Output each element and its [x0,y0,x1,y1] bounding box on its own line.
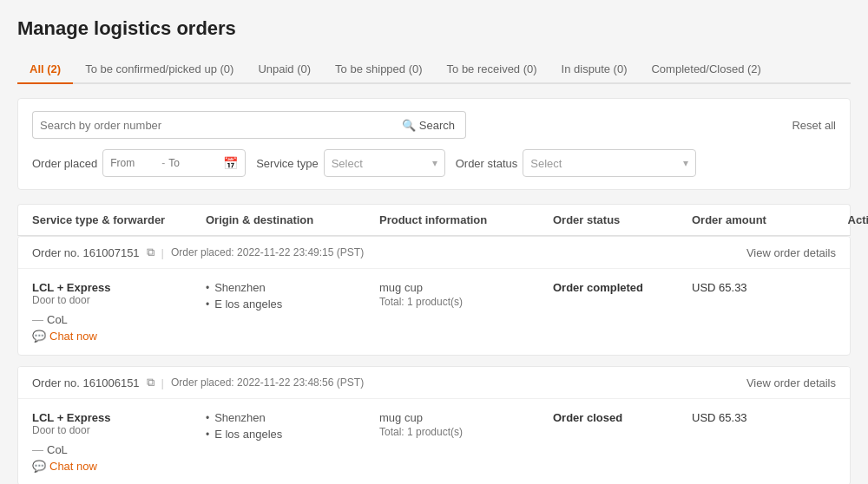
order-meta-1: Order no. 161007151 ⧉ | Order placed: 20… [32,245,364,259]
order-card-1: Order no. 161007151 ⧉ | Order placed: 20… [17,236,851,356]
forwarder-row-2: — CoL [32,443,206,456]
col-header-order-amount: Order amount [692,213,813,226]
chevron-down-icon-2: ▾ [683,157,688,169]
search-input[interactable] [40,119,385,132]
col-header-origin-dest: Origin & destination [206,213,379,226]
filters-section: 🔍 Search Reset all Order placed - 📅 Serv… [17,98,851,190]
order-header-2: Order no. 161006151 ⧉ | Order placed: 20… [18,367,850,399]
order-placed-label: Order placed [32,157,97,170]
order-status-select[interactable]: Select [530,157,680,170]
destination-1: E los angeles [214,298,282,311]
dest-item-1: • E los angeles [206,298,379,311]
origin-2: Shenzhen [214,411,266,424]
origin-dest-col-1: • Shenzhen • E los angeles [206,281,379,314]
order-meta-2: Order no. 161006151 ⧉ | Order placed: 20… [32,376,364,389]
product-col-1: mug cup Total: 1 product(s) [379,281,553,308]
date-separator: - [161,157,165,169]
copy-icon-1[interactable]: ⧉ [147,245,155,259]
order-status-label: Order status [456,157,518,170]
status-badge-1: Order completed [553,281,643,294]
product-name-1: mug cup [379,281,553,294]
destination-2: E los angeles [214,428,282,441]
chat-label-1: Chat now [49,330,97,343]
service-type-col-1: LCL + Express Door to door — CoL 💬 Chat … [32,281,206,343]
search-row: 🔍 Search Reset all [32,111,836,139]
page-title: Manage logistics orders [17,17,851,40]
date-to-input[interactable] [168,157,216,169]
amount-col-2: USD 65.33 [692,411,813,424]
view-details-link-1[interactable]: View order details [746,246,836,259]
origin-item-1: • Shenzhen [206,281,379,294]
order-status-filter: Order status Select ▾ [456,149,697,177]
forwarder-name-1: CoL [47,313,68,326]
product-total-1: Total: 1 product(s) [379,296,553,308]
service-type-filter: Service type Select ▾ [256,149,445,177]
service-type-col-2: LCL + Express Door to door — CoL 💬 Chat … [32,411,206,473]
service-type-select-wrapper[interactable]: Select ▾ [324,149,445,177]
calendar-icon: 📅 [223,156,238,170]
chat-link-1[interactable]: 💬 Chat now [32,330,206,343]
origin-item-2: • Shenzhen [206,411,379,424]
table-header: Service type & forwarder Origin & destin… [17,204,851,236]
service-type-select[interactable]: Select [332,157,429,170]
order-date-2: Order placed: 2022-11-22 23:48:56 (PST) [171,376,364,389]
tab-completed-closed[interactable]: Completed/Closed (2) [639,56,773,84]
date-range-input[interactable]: - 📅 [102,149,246,177]
col-header-service-type: Service type & forwarder [32,213,206,226]
product-name-2: mug cup [379,411,553,424]
tab-to-be-received[interactable]: To be received (0) [435,56,549,84]
product-total-2: Total: 1 product(s) [379,426,553,438]
reset-all-link[interactable]: Reset all [792,119,836,132]
forwarder-name-2: CoL [47,443,68,456]
tab-unpaid[interactable]: Unpaid (0) [246,56,323,84]
forwarder-row-1: — CoL [32,313,206,326]
status-badge-2: Order closed [553,411,622,424]
tab-to-be-confirmed[interactable]: To be confirmed/picked up (0) [73,56,246,84]
tabs-bar: All (2) To be confirmed/picked up (0) Un… [17,56,851,84]
tab-to-be-shipped[interactable]: To be shipped (0) [323,56,434,84]
chat-icon-2: 💬 [32,460,46,473]
status-col-1: Order completed [553,281,692,294]
product-col-2: mug cup Total: 1 product(s) [379,411,553,438]
door-to-door-1: Door to door [32,294,206,306]
bullet-icon-1: • [206,282,209,294]
dest-item-2: • E los angeles [206,428,379,441]
bullet-icon-3: • [206,412,209,424]
order-date-1: Order placed: 2022-11-22 23:49:15 (PST) [171,246,364,258]
col-header-action: Action [813,213,868,226]
dash-icon-2: — [32,443,43,456]
dash-icon-1: — [32,313,43,326]
tab-in-dispute[interactable]: In dispute (0) [549,56,640,84]
order-body-1: LCL + Express Door to door — CoL 💬 Chat … [18,269,850,355]
date-from-input[interactable] [110,157,158,169]
copy-icon-2[interactable]: ⧉ [147,376,155,389]
chevron-down-icon: ▾ [432,157,437,169]
bullet-icon-2: • [206,298,209,311]
service-type-name-1: LCL + Express [32,281,206,294]
col-header-order-status: Order status [553,213,692,226]
search-button-label: Search [419,119,455,132]
door-to-door-2: Door to door [32,424,206,436]
filter-row: Order placed - 📅 Service type Select ▾ [32,149,836,177]
order-card-2: Order no. 161006151 ⧉ | Order placed: 20… [17,366,851,484]
amount-col-1: USD 65.33 [692,281,813,294]
order-placed-filter: Order placed - 📅 [32,149,246,177]
service-type-label: Service type [256,157,319,170]
origin-dest-col-2: • Shenzhen • E los angeles [206,411,379,444]
order-number-2: Order no. 161006151 [32,376,140,389]
order-body-2: LCL + Express Door to door — CoL 💬 Chat … [18,399,850,484]
search-button[interactable]: 🔍 Search [391,111,466,139]
view-details-link-2[interactable]: View order details [746,376,836,389]
service-type-name-2: LCL + Express [32,411,206,424]
origin-1: Shenzhen [214,281,266,294]
tab-all[interactable]: All (2) [17,56,73,84]
order-header-1: Order no. 161007151 ⧉ | Order placed: 20… [18,237,850,269]
chat-link-2[interactable]: 💬 Chat now [32,460,206,473]
chat-icon-1: 💬 [32,330,46,343]
order-number-1: Order no. 161007151 [32,246,140,259]
search-input-wrapper [32,111,391,139]
order-status-select-wrapper[interactable]: Select ▾ [523,149,696,177]
chat-label-2: Chat now [49,460,97,473]
col-header-product-info: Product information [379,213,553,226]
status-col-2: Order closed [553,411,692,424]
